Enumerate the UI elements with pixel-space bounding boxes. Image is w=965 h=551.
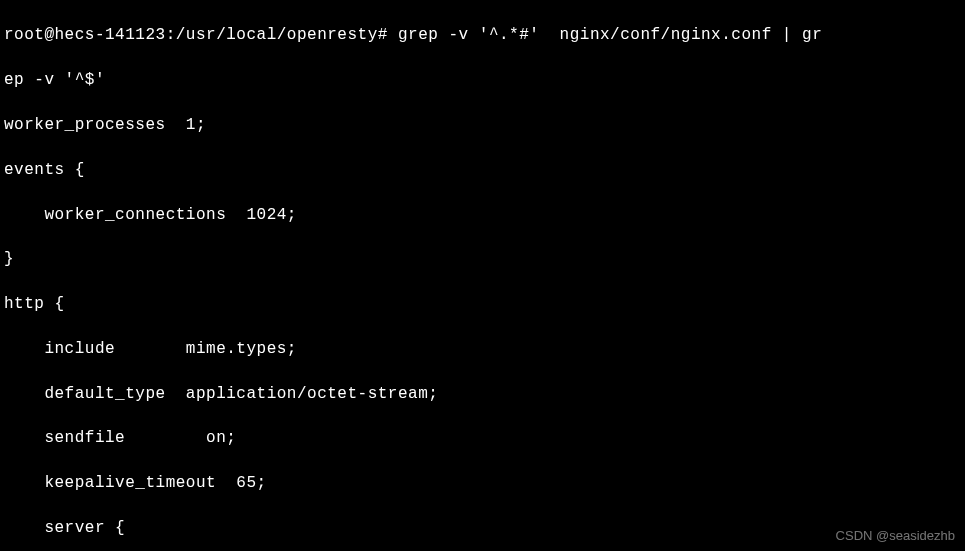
command-line-1: root@hecs-141123:/usr/local/openresty# g…: [4, 24, 961, 46]
command-line-1-wrap: ep -v '^$': [4, 69, 961, 91]
output-line: include mime.types;: [4, 338, 961, 360]
watermark-text: CSDN @seasidezhb: [836, 527, 955, 545]
shell-prompt: root@hecs-141123:/usr/local/openresty#: [4, 26, 398, 44]
output-line: default_type application/octet-stream;: [4, 383, 961, 405]
output-line: server {: [4, 517, 961, 539]
output-line: }: [4, 248, 961, 270]
output-line: worker_processes 1;: [4, 114, 961, 136]
output-line: events {: [4, 159, 961, 181]
output-line: http {: [4, 293, 961, 315]
terminal-output[interactable]: root@hecs-141123:/usr/local/openresty# g…: [4, 2, 961, 551]
output-line: sendfile on;: [4, 427, 961, 449]
command-text: grep -v '^.*#' nginx/conf/nginx.conf | g…: [398, 26, 822, 44]
output-line: worker_connections 1024;: [4, 204, 961, 226]
output-line: keepalive_timeout 65;: [4, 472, 961, 494]
